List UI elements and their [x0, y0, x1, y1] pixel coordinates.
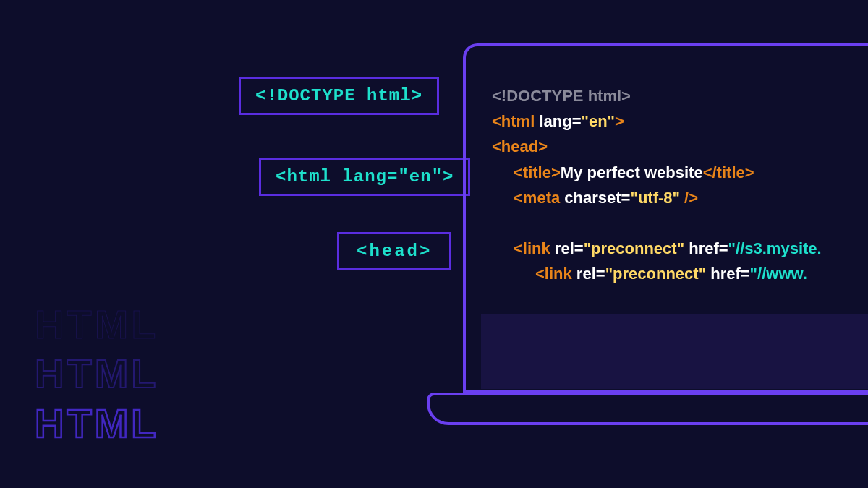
- code-line-3: <head>: [492, 134, 822, 159]
- code-line-4: <title>My perfect website</title>: [492, 160, 822, 185]
- code-line-2: <html lang="en">: [492, 108, 822, 134]
- code-line-7: <link rel="preconnect" href="//www.: [492, 261, 822, 286]
- code-line-1: <!DOCTYPE html>: [492, 83, 822, 108]
- tag-box-doctype: <!DOCTYPE html>: [239, 77, 439, 115]
- tag-box-html-lang: <html lang="en">: [259, 158, 470, 196]
- tag-box-head: <head>: [337, 232, 451, 270]
- html-decor-text-1: HTML: [35, 301, 159, 348]
- laptop-base: [427, 393, 868, 425]
- html-decor-text-3: HTML: [35, 400, 159, 447]
- code-snippet: <!DOCTYPE html> <html lang="en"> <head> …: [492, 83, 822, 286]
- html-decor-text-2: HTML: [35, 350, 159, 397]
- laptop-screen-overlay: [481, 314, 868, 389]
- code-blank-line: [492, 210, 822, 236]
- code-line-6: <link rel="preconnect" href="//s3.mysite…: [492, 236, 822, 261]
- code-line-5: <meta charset="utf-8" />: [492, 185, 822, 210]
